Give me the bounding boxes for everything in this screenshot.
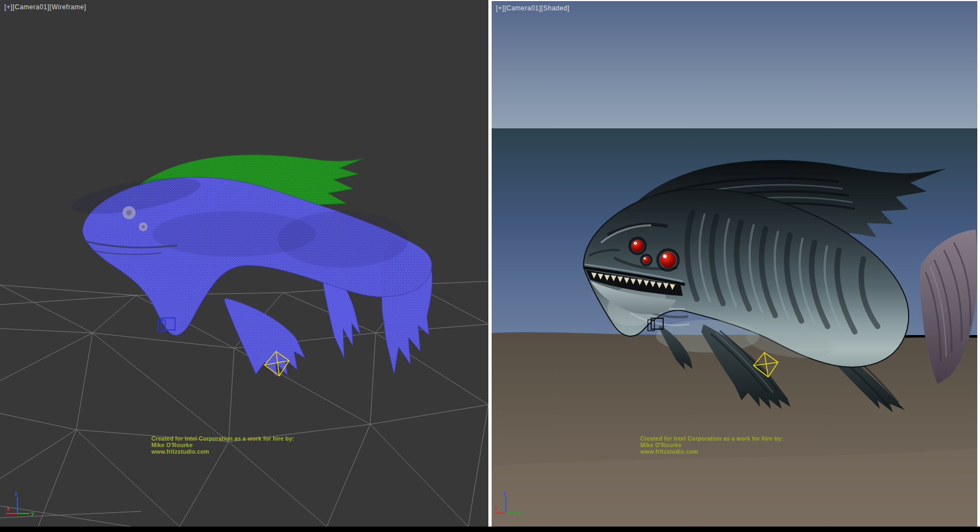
watermark-line3: www.fritzstudio.com [151,448,209,455]
eye-red-small [643,257,650,264]
right-viewport-top-border [492,0,980,1]
watermark-line2: Mike O'Rourke [640,442,682,448]
watermark-line3: www.fritzstudio.com [640,448,698,455]
shading-blob [278,211,408,268]
eye-highlight [634,242,636,244]
watermark-line1: Created for Intel Corporation as a work … [151,435,294,442]
axis-z-label: z [15,490,18,497]
eye-red-front [632,240,644,252]
sky-gradient [492,1,977,128]
watermark-line2: Mike O'Rourke [151,442,193,448]
watermark-line1: Created for Intel Corporation as a work … [640,435,783,442]
axis-y-label: y [31,510,35,516]
axis-x-label: x [7,505,10,512]
right-viewport-right-border [977,0,980,527]
eye-red-large [660,252,676,268]
viewport-divider[interactable] [488,0,492,527]
axis-z-label: z [503,490,506,496]
bottom-bar [0,527,980,532]
viewport-stage: Created for Intel Corporation as a work … [0,0,980,532]
axis-x-label: x [495,505,499,511]
eye-spot-large-pupil [126,210,132,215]
eye-highlight [663,255,666,258]
left-viewport-label[interactable]: [+][Camera01][Wireframe] [4,3,86,11]
right-viewport-label[interactable]: [+][Camera01][Shaded] [496,4,569,12]
eye-spot-small-pupil [142,225,145,228]
axis-y-label: y [518,509,522,516]
eye-highlight [644,257,646,259]
left-viewport[interactable]: Created for Intel Corporation as a work … [0,0,488,527]
right-viewport[interactable]: Created for Intel Corporation as a work … [492,1,977,527]
